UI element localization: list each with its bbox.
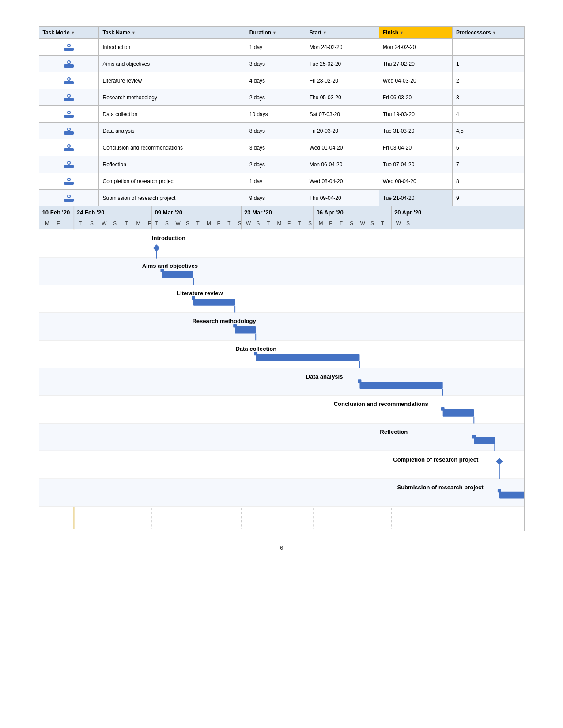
table-row: Data collection10 daysSat 07-03-20Thu 19…	[39, 106, 524, 123]
table-row: Reflection2 daysMon 06-04-20Tue 07-04-20…	[39, 156, 524, 173]
table-row: Aims and objectives3 daysTue 25-02-20Thu…	[39, 56, 524, 72]
task-start-cell: Sat 07-03-20	[306, 106, 379, 123]
svg-rect-90	[254, 352, 257, 355]
task-mode-cell	[39, 56, 99, 72]
task-finish-cell: Thu 19-03-20	[379, 106, 452, 123]
task-name-cell: Research methodology	[99, 89, 246, 106]
svg-text:M: M	[207, 220, 211, 226]
task-start-cell: Thu 05-03-20	[306, 89, 379, 106]
svg-rect-108	[499, 492, 524, 499]
header-task-name: Task Name ▼	[99, 27, 246, 39]
task-finish-cell: Tue 07-04-20	[379, 156, 452, 173]
task-predecessors-cell: 3	[452, 89, 524, 106]
task-start-cell: Mon 06-04-20	[306, 156, 379, 173]
task-finish-cell: Tue 21-04-20	[379, 190, 452, 206]
task-name-cell: Data analysis	[99, 123, 246, 139]
task-finish-cell: Fri 06-03-20	[379, 89, 452, 106]
task-finish-cell: Wed 08-04-20	[379, 173, 452, 190]
task-mode-icon	[43, 60, 95, 68]
task-start-cell: Tue 25-02-20	[306, 56, 379, 72]
svg-text:Aims and objectives: Aims and objectives	[142, 263, 197, 269]
svg-rect-81	[193, 299, 235, 306]
task-mode-icon	[43, 128, 95, 135]
task-name-cell: Literature review	[99, 72, 246, 89]
svg-text:10 Feb '20: 10 Feb '20	[42, 209, 70, 216]
svg-text:S: S	[186, 220, 189, 226]
task-mode-cell	[39, 190, 99, 206]
task-name-cell: Submission of research project	[99, 190, 246, 206]
svg-text:09 Mar '20: 09 Mar '20	[155, 209, 182, 216]
svg-rect-93	[359, 382, 442, 389]
svg-text:Introduction: Introduction	[151, 235, 185, 241]
task-mode-icon	[43, 195, 95, 202]
task-mode-icon	[43, 111, 95, 118]
task-name-cell: Completion of research project	[99, 173, 246, 190]
svg-rect-56	[39, 313, 524, 341]
task-mode-cell	[39, 39, 99, 56]
task-mode-cell	[39, 106, 99, 123]
table-row: Research methodology2 daysThu 05-03-20Fr…	[39, 89, 524, 106]
task-mode-cell	[39, 123, 99, 139]
task-predecessors-cell: 4	[452, 106, 524, 123]
svg-text:M: M	[318, 220, 323, 226]
svg-rect-86	[233, 324, 237, 328]
task-duration-cell: 1 day	[246, 39, 306, 56]
svg-text:T: T	[78, 220, 81, 226]
svg-text:S: S	[370, 220, 374, 226]
table-row: Introduction1 dayMon 24-02-20Mon 24-02-2…	[39, 39, 524, 56]
svg-rect-77	[162, 271, 193, 278]
task-predecessors-cell: 4,5	[452, 123, 524, 139]
table-row: Literature review4 daysFri 28-02-20Wed 0…	[39, 72, 524, 89]
task-mode-cell	[39, 173, 99, 190]
task-finish-cell: Mon 24-02-20	[379, 39, 452, 56]
task-start-cell: Thu 09-04-20	[306, 190, 379, 206]
task-mode-icon	[43, 94, 95, 101]
task-start-cell: Wed 08-04-20	[306, 173, 379, 190]
svg-text:S: S	[308, 220, 312, 226]
svg-text:T: T	[125, 220, 128, 226]
gantt-table: Task Mode ▼ Task Name ▼ Duration ▼	[39, 26, 525, 206]
task-finish-cell: Tue 31-03-20	[379, 123, 452, 139]
svg-rect-53	[39, 229, 524, 257]
svg-rect-102	[472, 435, 476, 439]
svg-text:S: S	[165, 220, 168, 226]
task-predecessors-cell: 9	[452, 190, 524, 206]
svg-rect-55	[39, 285, 524, 313]
header-duration: Duration ▼	[246, 27, 306, 39]
svg-text:M: M	[45, 220, 49, 226]
svg-text:T: T	[339, 220, 342, 226]
task-mode-cell	[39, 156, 99, 173]
task-mode-icon	[43, 178, 95, 185]
task-duration-cell: 8 days	[246, 123, 306, 139]
task-start-cell: Fri 20-03-20	[306, 123, 379, 139]
svg-rect-94	[358, 379, 361, 383]
svg-text:T: T	[155, 220, 158, 226]
svg-rect-54	[39, 257, 524, 285]
svg-rect-60	[39, 423, 524, 451]
svg-text:W: W	[102, 220, 107, 226]
svg-text:T: T	[298, 220, 301, 226]
task-name-cell: Data collection	[99, 106, 246, 123]
table-row: Conclusion and recommendations3 daysWed …	[39, 139, 524, 156]
svg-rect-85	[235, 326, 256, 334]
svg-text:Data analysis: Data analysis	[306, 373, 343, 380]
svg-text:F: F	[287, 220, 291, 226]
svg-rect-89	[256, 354, 359, 361]
svg-rect-59	[39, 396, 524, 424]
svg-rect-57	[39, 340, 524, 368]
svg-text:Submission of research project: Submission of research project	[397, 484, 484, 491]
header-predecessors: Predecessors ▼	[452, 27, 524, 39]
table-row: Data analysis8 daysFri 20-03-20Tue 31-03…	[39, 123, 524, 139]
task-predecessors-cell: 2	[452, 72, 524, 89]
svg-rect-101	[474, 437, 495, 444]
svg-rect-78	[160, 269, 164, 272]
task-start-cell: Fri 28-02-20	[306, 72, 379, 89]
task-finish-cell: Thu 27-02-20	[379, 56, 452, 72]
svg-rect-82	[192, 296, 195, 300]
task-duration-cell: 1 day	[246, 173, 306, 190]
task-mode-icon	[43, 144, 95, 151]
svg-text:Data collection: Data collection	[235, 345, 276, 352]
svg-text:T: T	[227, 220, 230, 226]
svg-text:S: S	[256, 220, 260, 226]
svg-rect-61	[39, 451, 524, 479]
